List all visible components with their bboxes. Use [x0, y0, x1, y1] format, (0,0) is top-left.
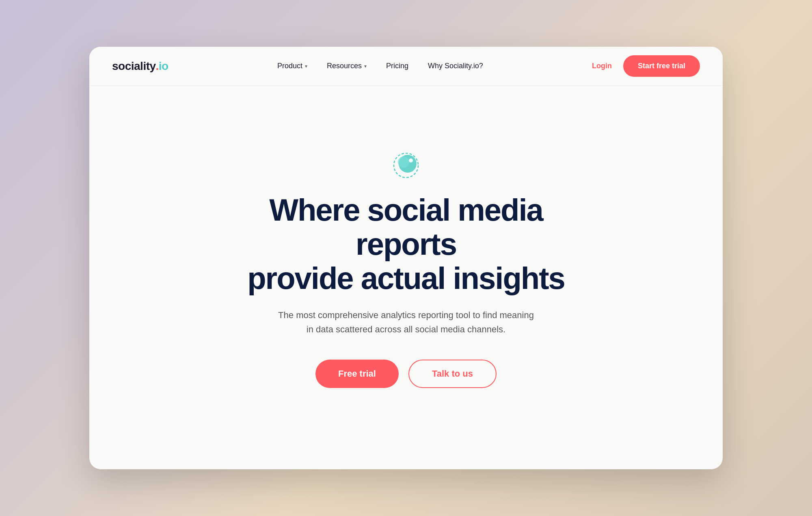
chevron-down-icon: ▾	[364, 63, 367, 69]
hero-section: Where social media reports provide actua…	[89, 86, 723, 469]
hero-title-line1: Where social media reports	[269, 193, 543, 261]
chevron-down-icon: ▾	[305, 63, 307, 69]
hero-buttons: Free trial Talk to us	[315, 360, 497, 388]
nav-item-why[interactable]: Why Sociality.io?	[428, 62, 483, 70]
browser-card: sociality . io Product ▾ Resources ▾ Pri…	[89, 47, 723, 469]
svg-point-2	[398, 156, 409, 168]
nav-item-resources[interactable]: Resources ▾	[327, 62, 367, 70]
logo[interactable]: sociality . io	[112, 60, 168, 73]
nav-link-pricing[interactable]: Pricing	[386, 62, 408, 70]
nav-label-why: Why Sociality.io?	[428, 62, 483, 70]
nav-item-pricing[interactable]: Pricing	[386, 62, 408, 70]
nav-label-resources: Resources	[327, 62, 362, 70]
nav-links: Product ▾ Resources ▾ Pricing Why Social…	[277, 62, 483, 70]
talk-to-us-button[interactable]: Talk to us	[408, 360, 497, 388]
nav-item-product[interactable]: Product ▾	[277, 62, 307, 70]
nav-link-resources[interactable]: Resources ▾	[327, 62, 367, 70]
hero-icon	[391, 151, 421, 180]
nav-label-pricing: Pricing	[386, 62, 408, 70]
hero-title-line2: provide actual insights	[247, 261, 565, 295]
hero-subtitle: The most comprehensive analytics reporti…	[276, 308, 536, 336]
nav-label-product: Product	[277, 62, 302, 70]
nav-link-why[interactable]: Why Sociality.io?	[428, 62, 483, 70]
hero-title: Where social media reports provide actua…	[223, 193, 589, 295]
free-trial-button[interactable]: Free trial	[315, 360, 399, 388]
logo-io-text: io	[159, 60, 168, 73]
logo-sociality-text: sociality	[112, 60, 156, 73]
nav-right: Login Start free trial	[592, 55, 700, 77]
login-button[interactable]: Login	[592, 62, 612, 70]
svg-point-3	[409, 158, 413, 163]
navbar: sociality . io Product ▾ Resources ▾ Pri…	[89, 47, 723, 86]
logo-dot-text: .	[156, 60, 159, 73]
start-free-trial-button[interactable]: Start free trial	[623, 55, 700, 77]
nav-link-product[interactable]: Product ▾	[277, 62, 307, 70]
